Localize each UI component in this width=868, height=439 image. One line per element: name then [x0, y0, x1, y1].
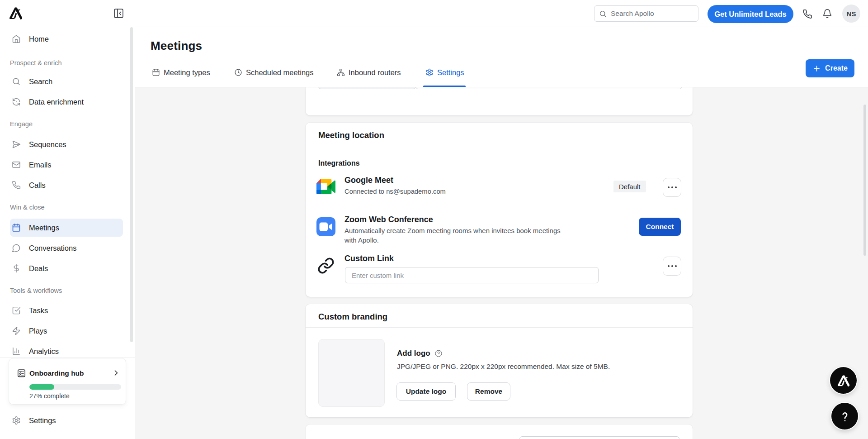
sidebar-scrollbar[interactable] — [130, 27, 133, 342]
sidebar-item-meetings[interactable]: Meetings — [10, 219, 123, 237]
create-button[interactable]: Create — [806, 59, 854, 77]
divider — [306, 146, 693, 146]
onboarding-progress-caption: 27% complete — [29, 392, 70, 400]
sidebar-section-engage: Engage — [10, 119, 33, 129]
collapse-sidebar-button[interactable] — [113, 7, 126, 19]
clock-icon — [234, 68, 242, 76]
chat-icon — [12, 243, 21, 253]
tab-scheduled-meetings[interactable]: Scheduled meetings — [234, 66, 314, 79]
enrich-icon — [12, 97, 21, 106]
logo-placeholder — [318, 339, 385, 407]
sidebar: HomeProspect & enrichSearchData enrichme… — [0, 0, 135, 439]
meeting-location-card: Meeting location Integrations Google Mee… — [306, 123, 693, 297]
update-logo-button[interactable]: Update logo — [396, 382, 456, 401]
search-icon — [12, 77, 21, 86]
zoom-icon — [316, 217, 335, 236]
google-meet-name: Google Meet — [344, 176, 393, 185]
sidebar-item-emails[interactable]: Emails — [10, 156, 123, 174]
gear-icon — [425, 68, 434, 76]
sidebar-item-label: Home — [29, 35, 49, 43]
sidebar-item-label: Sequences — [29, 140, 66, 149]
bell-icon[interactable] — [822, 9, 832, 19]
partial-input-bottom[interactable] — [519, 436, 679, 439]
sidebar-section-win-close: Win & close — [10, 203, 45, 212]
calendar-icon — [152, 68, 160, 76]
sidebar-item-label: Data enrichment — [29, 98, 84, 106]
user-avatar[interactable]: NS — [842, 5, 860, 23]
integrations-label: Integrations — [318, 159, 360, 167]
sidebar-item-data-enrichment[interactable]: Data enrichment — [10, 93, 123, 111]
custom-link-more-button[interactable] — [663, 257, 681, 276]
get-unlimited-leads-button[interactable]: Get Unlimited Leads — [708, 5, 793, 23]
global-search-input[interactable] — [611, 10, 688, 18]
sidebar-item-home[interactable]: Home — [10, 30, 123, 48]
sidebar-item-calls[interactable]: Calls — [10, 176, 123, 194]
sidebar-item-search[interactable]: Search — [10, 72, 123, 91]
custom-link-input[interactable] — [345, 267, 599, 283]
global-search-box[interactable] — [594, 5, 698, 22]
onboarding-hub-card[interactable]: Onboarding hub 27% complete — [9, 358, 126, 405]
zoom-connect-button[interactable]: Connect — [639, 218, 681, 236]
main-content: Meeting location Integrations Google Mee… — [135, 87, 868, 439]
sidebar-item-label: Emails — [29, 161, 52, 169]
tab-label: Meeting types — [164, 68, 210, 77]
meeting-location-title: Meeting location — [318, 130, 384, 140]
onboarding-progress-fill — [29, 384, 54, 390]
sidebar-item-label: Analytics — [29, 347, 59, 356]
partial-input-left[interactable] — [318, 87, 416, 89]
main-scrollbar[interactable] — [863, 105, 866, 256]
sidebar-item-tasks[interactable]: Tasks — [10, 301, 123, 320]
google-meet-more-button[interactable] — [663, 178, 681, 197]
tab-label: Inbound routers — [349, 68, 401, 77]
chart-icon — [12, 347, 21, 356]
apollo-assistant-bubble[interactable] — [830, 367, 857, 394]
page-title: Meetings — [151, 39, 202, 53]
clipboard-list-icon — [17, 368, 26, 378]
tab-inbound-routers[interactable]: Inbound routers — [337, 66, 401, 79]
google-meet-subtitle: Connected to ns@supademo.com — [344, 188, 446, 195]
custom-branding-card: Custom branding Add logo JPG/JPEG or PNG… — [306, 304, 693, 417]
zap-icon — [12, 326, 21, 335]
sidebar-item-label: Meetings — [29, 224, 59, 232]
network-icon — [337, 68, 345, 76]
gear-icon — [12, 416, 21, 425]
calendar-icon — [12, 223, 21, 232]
custom-link-name: Custom Link — [344, 254, 394, 263]
sidebar-item-label: Calls — [29, 181, 46, 190]
zoom-name: Zoom Web Conference — [344, 215, 433, 224]
sidebar-item-plays[interactable]: Plays — [10, 322, 123, 340]
tab-meeting-types[interactable]: Meeting types — [152, 66, 210, 79]
custom-branding-title: Custom branding — [318, 312, 387, 322]
next-card-partial — [306, 425, 693, 439]
topbar: Get Unlimited Leads NS — [135, 0, 868, 27]
sidebar-item-conversations[interactable]: Conversations — [10, 239, 123, 257]
phone-icon[interactable] — [802, 9, 812, 19]
send-icon — [12, 140, 21, 149]
partial-input-right[interactable] — [415, 87, 682, 89]
tab-label: Settings — [437, 68, 464, 77]
google-meet-icon — [316, 177, 335, 196]
sidebar-item-deals[interactable]: Deals — [10, 259, 123, 277]
tab-label: Scheduled meetings — [246, 68, 314, 77]
default-badge: Default — [613, 181, 646, 192]
sidebar-item-label: Settings — [29, 416, 56, 425]
link-icon — [317, 257, 335, 275]
help-circle-icon[interactable] — [434, 349, 443, 358]
apollo-logo-icon — [9, 7, 22, 19]
sidebar-item-label: Search — [29, 77, 52, 86]
question-mark-icon — [838, 410, 852, 423]
sidebar-item-sequences[interactable]: Sequences — [10, 135, 123, 153]
plus-icon — [812, 64, 821, 73]
tab-settings[interactable]: Settings — [425, 66, 464, 79]
sidebar-section-tools-workflows: Tools & workflows — [10, 286, 62, 295]
sidebar-item-settings[interactable]: Settings — [10, 411, 123, 429]
search-icon — [599, 10, 607, 18]
zoom-description: Automatically create Zoom meeting rooms … — [344, 226, 571, 245]
scrolled-card-partial — [306, 87, 693, 115]
task-icon — [12, 306, 21, 315]
sidebar-section-prospect-enrich: Prospect & enrich — [10, 58, 61, 67]
remove-logo-button[interactable]: Remove — [467, 382, 510, 401]
sidebar-item-label: Conversations — [29, 244, 76, 253]
mail-icon — [12, 160, 21, 169]
help-bubble[interactable] — [831, 403, 858, 429]
